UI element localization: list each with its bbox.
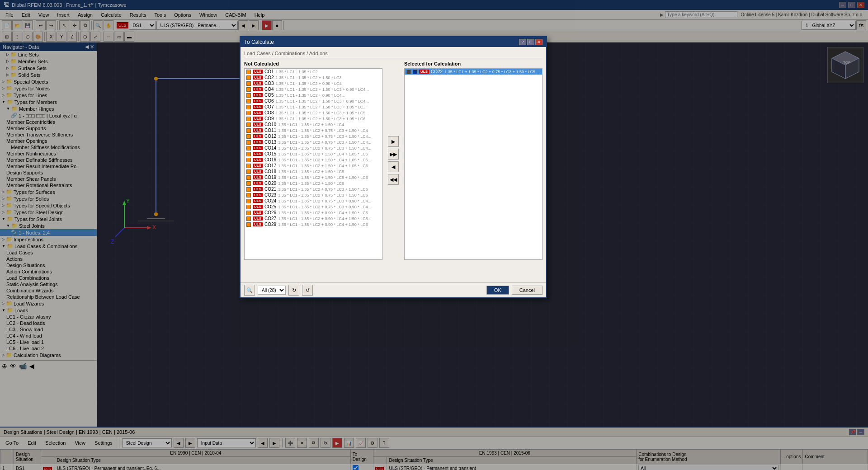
list-item-co6[interactable]: ULS CO6 1.35 * LC1 - 1.35 * LC2 + 1.50 *… bbox=[245, 98, 382, 104]
co5-id: CO5 bbox=[264, 93, 274, 98]
list-item-co5[interactable]: ULS CO5 1.35 * LC1 - 1.35 * LC2 + 0.90 *… bbox=[245, 92, 382, 98]
list-item-co29[interactable]: ULS CO29 1.35 * LC1 - 1.35 * LC2 + 0.90 … bbox=[245, 221, 382, 227]
co21-id: CO21 bbox=[264, 187, 276, 192]
modal-transfer-arrows: ▶ ▶▶ ◀ ◀◀ bbox=[386, 61, 401, 260]
co5-formula: 1.35 * LC1 - 1.35 * LC2 + 0.90 * LC4... bbox=[276, 93, 345, 98]
list-item-co2[interactable]: ULS CO2 1.35 * LC1 - 1.35 * LC2 + 1.50 *… bbox=[245, 75, 382, 80]
co9-id: CO9 bbox=[264, 116, 274, 121]
ok-button[interactable]: OK bbox=[486, 286, 509, 295]
co11-formula: 1.35 * LC1 - 1.35 * LC2 + 0.75 * LC3 + 1… bbox=[278, 128, 368, 133]
co6-formula: 1.35 * LC1 - 1.35 * LC2 + 1.50 * LC3 + 0… bbox=[276, 99, 369, 103]
co16-id: CO16 bbox=[264, 157, 276, 162]
co5-color bbox=[246, 93, 251, 98]
co13-uls-badge: ULS bbox=[253, 140, 263, 144]
co19-formula: 1.35 * LC1 - 1.35 * LC2 + 1.50 * LC5 + 1… bbox=[278, 175, 368, 180]
co25-color bbox=[246, 205, 251, 209]
list-item-co21[interactable]: ULS CO21 1.35 * LC1 - 1.35 * LC2 + 0.75 … bbox=[245, 186, 382, 192]
list-item-co12[interactable]: ULS CO12 1.35 * LC1 - 1.35 * LC2 + 0.75 … bbox=[245, 133, 382, 139]
list-item-co1[interactable]: ULS CO1 1.35 * LC1 - 1.35 * LC2 bbox=[245, 69, 382, 75]
filter-prev-btn[interactable]: ↻ bbox=[288, 285, 299, 296]
list-item-co4[interactable]: ULS CO4 1.35 * LC1 - 1.35 * LC2 + 1.50 *… bbox=[245, 86, 382, 92]
modal-max-btn[interactable]: □ bbox=[527, 39, 534, 45]
move-all-left-btn[interactable]: ◀◀ bbox=[388, 174, 399, 185]
co15-id: CO15 bbox=[264, 151, 276, 156]
co7-id: CO7 bbox=[264, 104, 274, 109]
co29-uls-badge: ULS bbox=[253, 222, 263, 226]
list-item-co19[interactable]: ULS CO19 1.35 * LC1 - 1.35 * LC2 + 1.50 … bbox=[245, 174, 382, 180]
co23-color bbox=[246, 193, 251, 197]
co8-id: CO8 bbox=[264, 110, 274, 115]
list-item-co11[interactable]: ULS CO11 1.35 * LC1 - 1.35 * LC2 + 0.75 … bbox=[245, 127, 382, 133]
co23-id: CO23 bbox=[264, 193, 276, 197]
co9-formula: 1.35 * LC1 - 1.35 * LC2 + 1.50 * LC3 + 1… bbox=[276, 117, 366, 121]
co17-uls-badge: ULS bbox=[253, 164, 263, 168]
co3-formula: 1.35 * LC1 - 1.35 * LC2 + 0.90 * LC4 bbox=[276, 81, 342, 86]
modal-footer: 🔍 All (28) ↻ ↺ OK Cancel bbox=[241, 282, 546, 297]
modal-footer-left: 🔍 All (28) ↻ ↺ bbox=[244, 285, 313, 296]
co14-color bbox=[246, 146, 251, 150]
co7-formula: 1.35 * LC1 - 1.35 * LC2 + 1.50 * LC3 + 1… bbox=[276, 105, 367, 109]
filter-selector[interactable]: All (28) bbox=[258, 286, 286, 295]
list-item-co26[interactable]: ULS CO26 1.35 * LC1 - 1.35 * LC2 + 0.90 … bbox=[245, 210, 382, 216]
co22-uls-badge: ULS bbox=[419, 70, 429, 74]
list-item-co22[interactable]: ULS CO22 1.35 * LC1 + 1.35 * LC2 + 0.75 … bbox=[405, 69, 542, 75]
co13-formula: 1.35 * LC1 - 1.35 * LC2 + 0.75 * LC3 + 1… bbox=[278, 140, 371, 145]
modal-help-btn[interactable]: ? bbox=[519, 39, 526, 45]
co22-color bbox=[406, 70, 411, 74]
list-item-co9[interactable]: ULS CO9 1.35 * LC1 - 1.35 * LC2 + 1.50 *… bbox=[245, 116, 382, 122]
modal-content: Load Cases / Combinations / Add-ons Not … bbox=[241, 47, 546, 282]
list-item-co27[interactable]: ULS CO27 1.35 * LC1 - 1.35 * LC2 + 0.90 … bbox=[245, 216, 382, 221]
co20-uls-badge: ULS bbox=[253, 181, 263, 185]
co9-uls-badge: ULS bbox=[253, 117, 263, 121]
selected-column: Selected for Calculation ULS CO22 1.35 *… bbox=[404, 61, 542, 260]
list-item-co15[interactable]: ULS CO15 1.35 * LC1 - 1.35 * LC2 + 1.50 … bbox=[245, 151, 382, 157]
co4-formula: 1.35 * LC1 - 1.35 * LC2 + 1.50 * LC3 + 0… bbox=[276, 87, 369, 92]
list-item-co17[interactable]: ULS CO17 1.35 * LC1 - 1.35 * LC2 + 1.50 … bbox=[245, 163, 382, 169]
modal-overlay: To Calculate ? □ ✕ Load Cases / Combinat… bbox=[0, 0, 868, 470]
to-calculate-modal: To Calculate ? □ ✕ Load Cases / Combinat… bbox=[240, 36, 547, 298]
filter-next-btn[interactable]: ↺ bbox=[302, 285, 313, 296]
list-item-co25[interactable]: ULS CO25 1.35 * LC1 - 1.35 * LC2 + 0.75 … bbox=[245, 204, 382, 210]
co18-color bbox=[246, 169, 251, 174]
list-item-co8[interactable]: ULS CO8 1.35 * LC1 - 1.35 * LC2 + 1.50 *… bbox=[245, 110, 382, 116]
modal-search-btn[interactable]: 🔍 bbox=[244, 285, 255, 296]
co14-uls-badge: ULS bbox=[253, 146, 263, 150]
list-item-co13[interactable]: ULS CO13 1.35 * LC1 - 1.35 * LC2 + 0.75 … bbox=[245, 139, 382, 145]
list-item-co16[interactable]: ULS CO16 1.35 * LC1 - 1.35 * LC2 + 1.50 … bbox=[245, 157, 382, 163]
modal-close-btn[interactable]: ✕ bbox=[535, 39, 542, 45]
co4-id: CO4 bbox=[264, 87, 274, 92]
co18-id: CO18 bbox=[264, 169, 276, 174]
not-calculated-list[interactable]: ULS CO1 1.35 * LC1 - 1.35 * LC2 ULS CO2 … bbox=[244, 68, 382, 260]
co20-color bbox=[246, 181, 251, 186]
co14-formula: 1.35 * LC1 - 1.35 * LC2 + 0.75 * LC3 + 1… bbox=[278, 146, 371, 150]
selected-header: Selected for Calculation bbox=[404, 61, 542, 66]
list-item-co3[interactable]: ULS CO3 1.35 * LC1 - 1.35 * LC2 + 0.90 *… bbox=[245, 80, 382, 86]
list-item-co20[interactable]: ULS CO20 1.35 * LC1 - 1.35 * LC2 + 1.50 … bbox=[245, 180, 382, 186]
list-item-co18[interactable]: ULS CO18 1.35 * LC1 - 1.35 * LC2 + 1.50 … bbox=[245, 169, 382, 174]
list-item-co14[interactable]: ULS CO14 1.35 * LC1 - 1.35 * LC2 + 0.75 … bbox=[245, 145, 382, 151]
list-item-co7[interactable]: ULS CO7 1.35 * LC1 - 1.35 * LC2 + 1.50 *… bbox=[245, 104, 382, 110]
co27-uls-badge: ULS bbox=[253, 216, 263, 221]
list-item-co23[interactable]: ULS CO23 1.35 * LC1 - 1.35 * LC2 + 0.75 … bbox=[245, 192, 382, 198]
co29-color bbox=[246, 222, 251, 227]
co8-uls-badge: ULS bbox=[253, 111, 263, 115]
co17-color bbox=[246, 164, 251, 168]
co7-uls-badge: ULS bbox=[253, 105, 263, 109]
not-calculated-column: Not Calculated ULS CO1 1.35 * LC1 - 1.35… bbox=[244, 61, 382, 260]
co17-id: CO17 bbox=[264, 163, 276, 168]
selected-list[interactable]: ULS CO22 1.35 * LC1 + 1.35 * LC2 + 0.75 … bbox=[404, 68, 542, 260]
cancel-button[interactable]: Cancel bbox=[512, 286, 542, 295]
modal-columns: Not Calculated ULS CO1 1.35 * LC1 - 1.35… bbox=[244, 61, 542, 260]
co18-formula: 1.35 * LC1 - 1.35 * LC2 + 1.50 * LC5 bbox=[278, 169, 344, 174]
modal-footer-right: OK Cancel bbox=[486, 286, 542, 295]
move-all-right-btn[interactable]: ▶▶ bbox=[388, 149, 399, 160]
co29-id: CO29 bbox=[264, 222, 276, 227]
list-item-co10[interactable]: ULS CO10 1.35 * LC1 - 1.35 * LC2 + 1.50 … bbox=[245, 122, 382, 127]
modal-title-bar: To Calculate ? □ ✕ bbox=[241, 37, 546, 47]
co4-uls-badge: ULS bbox=[253, 87, 263, 91]
move-left-btn[interactable]: ◀ bbox=[388, 161, 399, 172]
move-right-btn[interactable]: ▶ bbox=[388, 136, 399, 147]
co1-uls-badge: ULS bbox=[253, 70, 263, 74]
co16-formula: 1.35 * LC1 - 1.35 * LC2 + 1.50 * LC4 + 1… bbox=[278, 158, 371, 162]
list-item-co24[interactable]: ULS CO24 1.35 * LC1 - 1.35 * LC2 + 0.75 … bbox=[245, 198, 382, 204]
